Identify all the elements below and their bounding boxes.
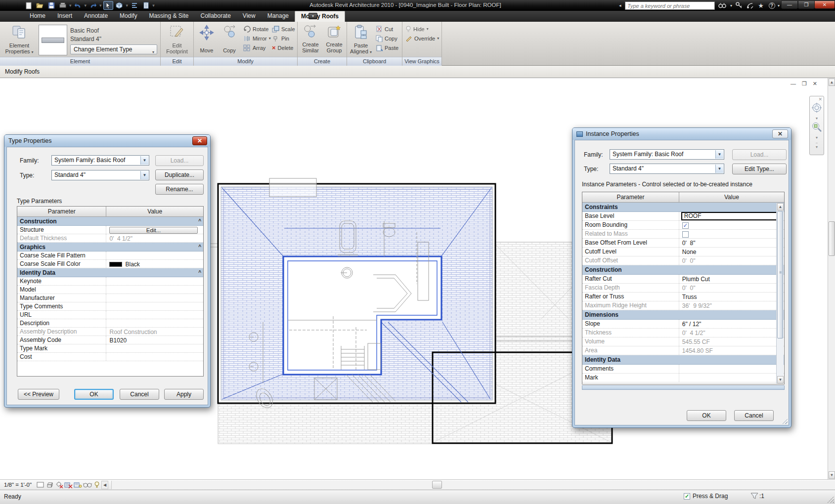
copy-button[interactable]: Copy	[219, 24, 240, 53]
default-3d-view-icon[interactable]	[115, 1, 125, 10]
horizontal-scroll-thumb[interactable]	[432, 481, 442, 489]
type-dropdown[interactable]: Standard 4"▼	[51, 170, 149, 180]
instance-properties-title-bar[interactable]: Instance Properties	[572, 128, 791, 140]
room-bounding-checkbox[interactable]: ✓	[682, 222, 689, 229]
help-caret[interactable]: ▾	[776, 1, 781, 9]
instance-value-cutoff-level[interactable]: None	[679, 248, 784, 256]
tab-view[interactable]: View	[237, 11, 262, 22]
steering-wheel-caret[interactable]: ▾	[816, 116, 818, 121]
redo-icon[interactable]	[88, 1, 98, 10]
instance-cancel-button[interactable]: Cancel	[734, 410, 774, 421]
type-ok-button[interactable]: OK	[74, 389, 114, 400]
type-value-assembly-code[interactable]: B1020	[106, 336, 203, 344]
restore-button[interactable]: ❐	[798, 0, 815, 9]
clipboard-copy-button[interactable]: Copy	[376, 34, 398, 43]
collapse-chevron-icon[interactable]: ^	[198, 244, 201, 250]
search-caret[interactable]: ▾	[729, 1, 734, 9]
duplicate-button[interactable]: Duplicate...	[155, 169, 204, 180]
structure-edit-button[interactable]: Edit...	[109, 227, 197, 234]
type-value-manufacturer[interactable]	[106, 294, 203, 302]
type-value-type-mark[interactable]	[106, 344, 203, 352]
search-collapse-icon[interactable]: ◂	[619, 3, 621, 8]
type-value-coarse-scale-fill-pattern[interactable]	[106, 252, 203, 259]
instance-group-constraints[interactable]: Constraints^	[582, 203, 784, 212]
dropdown-caret[interactable]: ▾	[69, 3, 72, 8]
column-value[interactable]: Value	[679, 192, 784, 202]
view-caret[interactable]: ▾	[126, 3, 129, 8]
view-close-icon[interactable]: ✕	[813, 81, 817, 87]
instance-value-rafter-or-truss[interactable]: Truss	[679, 293, 784, 301]
rotate-button[interactable]: Rotate	[243, 24, 271, 34]
paste-button[interactable]: Paste	[376, 43, 398, 52]
qat-overflow-caret[interactable]: ▾	[152, 3, 155, 8]
create-similar-button[interactable]: Create Similar	[300, 24, 321, 53]
zoom-icon[interactable]	[811, 122, 822, 134]
type-properties-close-button[interactable]: ✕	[192, 136, 207, 145]
instance-ok-button[interactable]: OK	[687, 410, 726, 421]
hide-button[interactable]: Hide▾	[405, 24, 439, 34]
crop-visible-icon[interactable]	[73, 481, 83, 489]
type-dropdown[interactable]: Standard 4"▼	[610, 164, 724, 174]
instance-value-mark[interactable]	[679, 374, 784, 382]
panel-edit-footer[interactable]: Edit	[161, 57, 193, 66]
view-scale[interactable]: 1/8" = 1'-0"	[0, 482, 36, 488]
cut-button[interactable]: Cut	[376, 24, 398, 34]
edit-footprint-button[interactable]: EditFootprint	[164, 24, 190, 54]
help-search-input[interactable]	[625, 1, 715, 10]
base-level-active-input[interactable]: ROOF	[681, 212, 782, 220]
thin-lines-icon[interactable]	[141, 1, 151, 10]
tab-home[interactable]: Home	[24, 11, 51, 22]
instance-group-identity-data[interactable]: Identity Data^	[582, 355, 784, 365]
table-scroll-thumb[interactable]	[777, 211, 783, 338]
press-drag-checkbox[interactable]: ✓	[684, 493, 690, 500]
tab-manage[interactable]: Manage	[262, 11, 295, 22]
vertical-scrollbar[interactable]: ▲ ▼	[828, 78, 835, 479]
dialog-resize-grip[interactable]	[782, 418, 788, 424]
new-file-icon[interactable]	[24, 1, 34, 10]
dropdown-caret-icon[interactable]: ▼	[140, 171, 148, 179]
redo-caret[interactable]: ▾	[99, 3, 102, 8]
instance-properties-close-button[interactable]: ✕	[772, 129, 788, 138]
change-element-type-dropdown[interactable]: Change Element Type▾	[70, 44, 157, 54]
temporary-hide-isolate-icon[interactable]	[83, 481, 92, 489]
communication-center-icon[interactable]	[745, 1, 755, 9]
preview-button[interactable]: << Preview	[18, 389, 59, 400]
type-group-graphics[interactable]: Graphics^	[17, 243, 203, 252]
panel-clipboard-footer[interactable]: Clipboard	[347, 57, 402, 66]
tab-modify[interactable]: Modify	[114, 11, 143, 22]
instance-group-construction[interactable]: Construction^	[582, 265, 784, 275]
family-dropdown[interactable]: System Family: Basic Roof▼	[51, 155, 149, 166]
type-value-keynote[interactable]	[106, 277, 203, 285]
type-cancel-button[interactable]: Cancel	[120, 389, 159, 400]
type-value-type-comments[interactable]	[106, 302, 203, 310]
mirror-button[interactable]: Mirror▾	[243, 34, 271, 43]
minimize-button[interactable]: —	[781, 0, 798, 9]
column-parameter[interactable]: Parameter	[582, 192, 679, 202]
instance-value-rafter-cut[interactable]: Plumb Cut	[679, 275, 784, 283]
type-value-structure[interactable]: Edit...	[106, 226, 203, 234]
rename-button[interactable]: Rename...	[155, 184, 204, 195]
view-restore-icon[interactable]: ❐	[802, 81, 807, 87]
tab-massing-site[interactable]: Massing & Site	[143, 11, 194, 22]
subscription-key-icon[interactable]	[734, 1, 745, 9]
collapse-chevron-icon[interactable]: ^	[198, 218, 201, 224]
edit-type-button[interactable]: Edit Type...	[732, 164, 787, 174]
navbar-close-icon[interactable]: ✕	[818, 97, 822, 101]
dropdown-caret-icon[interactable]: ▼	[715, 150, 723, 159]
instance-value-comments[interactable]	[679, 365, 784, 373]
panel-modify-footer[interactable]: Modify	[194, 57, 297, 66]
ribbon-minimize-button[interactable]: ▾	[308, 13, 317, 19]
paste-aligned-button[interactable]: PasteAligned ▾	[349, 24, 373, 55]
detail-level-icon[interactable]	[36, 481, 45, 489]
family-dropdown[interactable]: System Family: Basic Roof▼	[610, 149, 724, 160]
table-scroll-down[interactable]: ▼	[777, 376, 784, 383]
crop-region-off-icon[interactable]	[64, 481, 73, 489]
pin-button[interactable]: Pin	[272, 34, 295, 43]
dropdown-caret-icon[interactable]: ▼	[140, 156, 148, 165]
table-scroll-up[interactable]: ▲	[777, 203, 784, 210]
selection-filter[interactable]: :1	[750, 492, 764, 500]
dropdown-caret-icon[interactable]: ▼	[715, 165, 723, 173]
delete-button[interactable]: ×Delete	[272, 43, 295, 52]
type-value-description[interactable]	[106, 319, 203, 327]
column-parameter[interactable]: Parameter	[17, 207, 106, 216]
